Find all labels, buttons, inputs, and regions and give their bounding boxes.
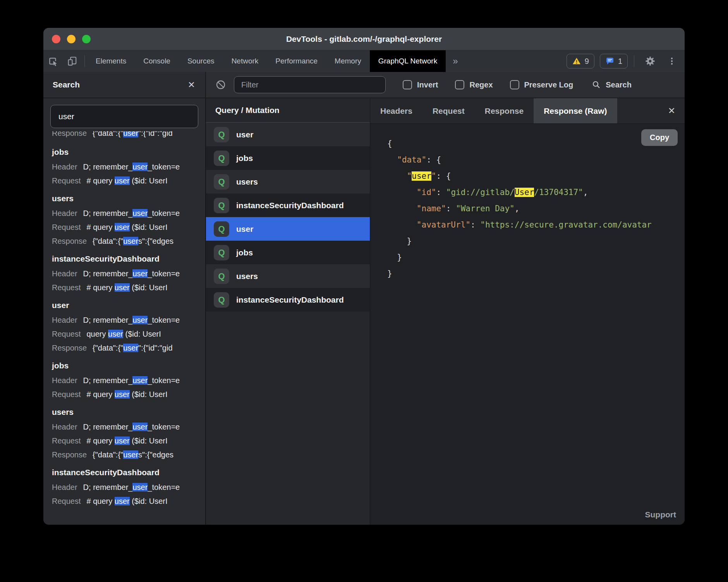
query-list-item-instancesecuritydashboard[interactable]: QinstanceSecurityDashboard [206,193,370,217]
checkbox-label: Regex [469,80,493,89]
result-line-label: Request [52,497,81,505]
search-icon [592,80,601,89]
search-result-section-title: instanceSecurityDashboard [52,251,205,267]
kebab-menu-icon[interactable] [665,56,678,66]
result-line-label: Header [52,269,77,278]
traffic-lights [43,35,91,43]
response-tab-response-raw[interactable]: Response (Raw) [534,98,617,123]
query-list-panel: Query / Mutation QuserQjobsQusersQinstan… [206,98,370,525]
search-result-line[interactable]: HeaderD; remember_user_token=e [52,373,205,387]
traffic-light-close[interactable] [52,35,60,43]
result-line-label: Response [52,131,87,137]
filter-input[interactable] [234,76,386,93]
checkbox-box[interactable] [455,80,464,89]
tab-memory[interactable]: Memory [326,50,370,72]
json-viewer: { "data": { "user": { "id": "gid://gitla… [370,124,685,282]
result-line-value: D; remember_user_token=e [83,269,180,278]
response-tab-response[interactable]: Response [475,98,534,123]
traffic-light-minimize[interactable] [67,35,76,43]
search-result-line[interactable]: Requestquery user ($id: UserI [52,327,205,341]
response-tab-headers[interactable]: Headers [370,98,422,123]
search-result-line[interactable]: HeaderD; remember_user_token=e [52,313,205,327]
more-tabs-chevron-icon[interactable]: » [446,50,465,72]
search-result-line[interactable]: Response{"data":{"users":{"edges [52,448,205,462]
query-list-item-users[interactable]: Qusers [206,170,370,193]
search-result-line[interactable]: Request# query user ($id: UserI [52,174,205,188]
query-label: users [236,272,258,281]
traffic-light-zoom[interactable] [82,35,91,43]
device-toolbar-icon[interactable] [63,50,82,72]
screen-background: DevTools - gitlab.com/-/graphql-explorer… [0,0,728,582]
inspect-element-icon[interactable] [43,50,63,72]
search-result-line[interactable]: Request# query user ($id: UserI [52,434,205,448]
query-badge-icon: Q [214,198,229,213]
response-close-icon[interactable]: ✕ [659,98,685,123]
search-result-line[interactable]: HeaderD; remember_user_token=e [52,480,205,494]
query-list-item-users[interactable]: Qusers [206,264,370,288]
search-input[interactable] [50,105,198,128]
search-result-line[interactable]: HeaderD; remember_user_token=e [52,267,205,281]
result-line-value: D; remember_user_token=e [83,209,180,217]
message-icon [605,56,615,66]
tab-performance[interactable]: Performance [267,50,326,72]
checkbox-preserve-log[interactable]: Preserve Log [510,80,573,89]
result-line-label: Response [52,344,87,352]
settings-gear-icon[interactable] [640,56,660,67]
query-label: user [236,130,253,139]
tab-console[interactable]: Console [135,50,179,72]
query-badge-icon: Q [214,292,229,308]
search-result-section-title: jobs [52,144,205,160]
clipped-result-row: Response{"data":{"user":{"id":"gid [52,131,205,141]
tab-network[interactable]: Network [223,50,267,72]
search-result-section-title: instanceSecurityDashboard [52,465,205,480]
checkbox-regex[interactable]: Regex [455,80,493,89]
search-close-icon[interactable]: ✕ [188,80,195,89]
result-line-value: # query user ($id: UserI [87,223,168,231]
checkbox-invert[interactable]: Invert [403,80,438,89]
result-line-value: {"data":{"user":{"id":"gid [93,131,173,137]
query-list-item-jobs[interactable]: Qjobs [206,241,370,264]
checkbox-box[interactable] [403,80,412,89]
query-badge-icon: Q [214,127,229,142]
search-panel-header: Search ✕ [43,72,206,98]
result-line-label: Request [52,436,81,445]
checkbox-box[interactable] [510,80,519,89]
tab-elements[interactable]: Elements [87,50,135,72]
json-line: } [387,249,685,265]
result-line-value: D; remember_user_token=e [83,423,180,431]
query-list-item-user[interactable]: Quser [206,123,370,146]
tab-graphql-network[interactable]: GraphQL Network [370,50,446,72]
query-label: instanceSecurityDashboard [236,295,344,305]
result-line-value: {"data":{"user":{"id":"gid [93,344,173,352]
json-line: "data": { [387,152,685,168]
toolbar-search-button[interactable]: Search [592,80,632,89]
search-result-line[interactable]: Request# query user ($id: UserI [52,220,205,234]
result-line-label: Header [52,483,77,491]
search-result-line[interactable]: HeaderD; remember_user_token=e [52,420,205,434]
warnings-badge[interactable]: 9 [567,54,594,68]
query-list-item-user[interactable]: Quser [206,217,370,241]
title-bar: DevTools - gitlab.com/-/graphql-explorer [43,28,685,50]
query-badge-icon: Q [214,151,229,166]
clear-block-icon[interactable] [215,79,226,90]
search-result-line[interactable]: HeaderD; remember_user_token=e [52,206,205,220]
search-result-line[interactable]: Request# query user ($id: UserI [52,281,205,294]
copy-button[interactable]: Copy [641,129,678,146]
search-result-line[interactable]: Request# query user ($id: UserI [52,387,205,401]
query-list-item-instancesecuritydashboard[interactable]: QinstanceSecurityDashboard [206,288,370,312]
tab-sources[interactable]: Sources [179,50,223,72]
result-line-label: Header [52,163,77,171]
search-result-line[interactable]: Response{"data":{"users":{"edges [52,234,205,248]
json-line: } [387,265,685,282]
result-line-label: Header [52,376,77,385]
search-result-line[interactable]: Request# query user ($id: UserI [52,494,205,508]
result-line-label: Request [52,283,81,292]
query-badge-icon: Q [214,174,229,190]
search-result-line[interactable]: Response{"data":{"user":{"id":"gid [52,341,205,355]
query-list-item-jobs[interactable]: Qjobs [206,146,370,170]
response-tab-request[interactable]: Request [422,98,475,123]
support-link[interactable]: Support [645,510,676,519]
search-result-line[interactable]: Response{"data":{"user":{"id":"gid [52,131,205,140]
search-result-line[interactable]: HeaderD; remember_user_token=e [52,160,205,174]
messages-badge[interactable]: 1 [600,54,628,68]
